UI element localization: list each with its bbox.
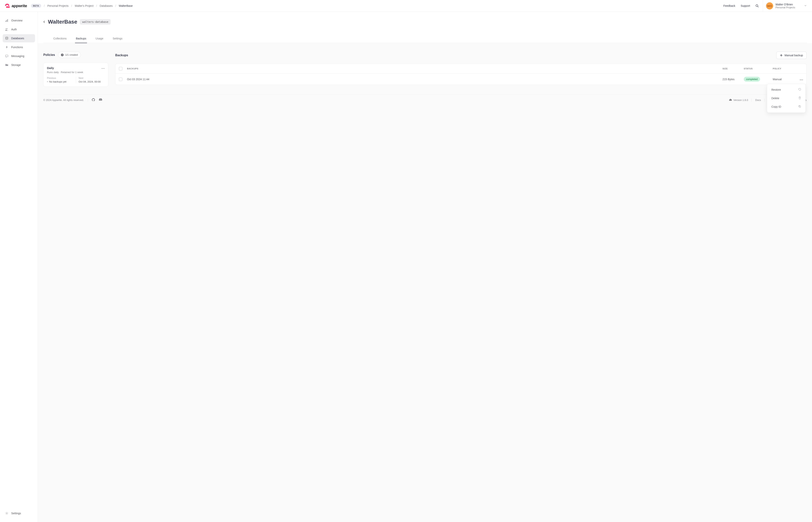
database-id-badge[interactable]: walters-database: [80, 19, 110, 24]
policies-title: Policies: [43, 53, 55, 57]
menu-item-copy-id[interactable]: Copy ID: [769, 102, 804, 111]
svg-point-12: [104, 68, 105, 69]
svg-point-10: [102, 68, 102, 69]
breadcrumb-current: WalterBase: [119, 4, 133, 7]
sidebar-item-label: Settings: [11, 512, 21, 515]
backups-title: Backups: [115, 54, 128, 57]
backup-size: 215 Bytes: [723, 78, 744, 81]
menu-delete-label: Delete: [771, 97, 779, 100]
users-icon: [5, 28, 8, 31]
svg-point-14: [801, 79, 801, 80]
policies-count-pill: i 1/1 created: [58, 52, 81, 58]
svg-point-1: [756, 4, 758, 6]
brand-name: appwrite: [12, 4, 27, 8]
policy-description: Runs daily · Retained for 1 week: [47, 71, 83, 74]
search-icon[interactable]: [755, 4, 759, 7]
copyright: © 2024 Appwrite. All rights reserved.: [43, 99, 84, 101]
policy-col-header: POLICY: [773, 67, 796, 70]
sidebar-item-settings[interactable]: Settings: [3, 509, 35, 517]
breadcrumb: / Personal Projects / Walter's Project /…: [44, 4, 723, 7]
breadcrumb-org[interactable]: Personal Projects: [47, 4, 69, 7]
svg-rect-16: [799, 106, 801, 107]
sidebar-item-messaging[interactable]: Messaging: [3, 52, 35, 60]
support-link[interactable]: Support: [740, 4, 750, 7]
discord-icon[interactable]: [99, 98, 102, 102]
policy-next-label: Next: [79, 77, 105, 79]
sidebar-item-databases[interactable]: Databases: [3, 34, 35, 42]
status-badge: completed: [744, 77, 760, 82]
info-icon: i: [61, 54, 64, 56]
svg-rect-3: [6, 20, 7, 22]
sidebar-item-label: Messaging: [11, 55, 24, 58]
policy-name: Daily: [47, 66, 83, 69]
backup-date: Oct 03 2024 11:44: [127, 78, 723, 81]
back-button[interactable]: [43, 20, 45, 23]
svg-point-9: [6, 513, 7, 514]
sidebar-item-label: Auth: [11, 28, 17, 31]
backups-table: BACKUPS SIZE STATUS POLICY Oct 03 2024 1…: [115, 64, 807, 85]
chat-icon: [5, 54, 8, 58]
policy-more-button[interactable]: [102, 66, 105, 69]
menu-copy-label: Copy ID: [771, 105, 781, 108]
backups-col-header: BACKUPS: [127, 67, 723, 70]
sidebar-item-functions[interactable]: Functions: [3, 43, 35, 51]
user-menu[interactable]: WO Walter O'Brien Personal Projects: [763, 2, 807, 9]
row-more-button[interactable]: [800, 78, 803, 81]
folder-icon: [5, 63, 8, 67]
logo[interactable]: appwrite: [5, 4, 27, 8]
version-label: Version 1.6.0: [733, 99, 748, 101]
tab-collections[interactable]: Collections: [53, 34, 67, 43]
user-org: Personal Projects: [775, 6, 795, 9]
sidebar-item-label: Overview: [11, 19, 22, 22]
sidebar-item-overview[interactable]: Overview: [3, 16, 35, 24]
trash-icon: [798, 97, 801, 100]
sidebar: Overview Auth Databases Functions Messag…: [0, 12, 38, 522]
github-icon[interactable]: [92, 98, 95, 102]
breadcrumb-separator: /: [96, 4, 97, 7]
user-name: Walter O'Brien: [775, 3, 795, 6]
policy-prev-label: Previous: [47, 77, 73, 79]
tab-usage[interactable]: Usage: [95, 34, 104, 43]
menu-item-delete[interactable]: Delete: [769, 94, 804, 102]
restore-icon: [798, 88, 801, 92]
manual-backup-label: Manual backup: [785, 54, 803, 57]
svg-rect-0: [6, 6, 10, 8]
breadcrumb-databases[interactable]: Databases: [100, 4, 113, 7]
policies-count-label: 1/1 created: [65, 53, 78, 56]
footer-docs-link[interactable]: Docs: [755, 99, 761, 101]
breadcrumb-separator: /: [115, 4, 116, 7]
manual-backup-button[interactable]: Manual backup: [776, 52, 807, 59]
tab-settings[interactable]: Settings: [112, 34, 123, 43]
breadcrumb-separator: /: [72, 4, 72, 7]
top-nav: appwrite BETA / Personal Projects / Walt…: [0, 0, 812, 12]
svg-rect-4: [7, 19, 8, 22]
sidebar-item-storage[interactable]: Storage: [3, 61, 35, 69]
svg-point-11: [103, 68, 103, 69]
backup-policy: Manual: [773, 78, 796, 81]
select-all-checkbox[interactable]: [119, 67, 122, 71]
tab-backups[interactable]: Backups: [75, 34, 87, 43]
avatar: WO: [766, 2, 773, 9]
status-dot-icon: [47, 81, 48, 82]
sidebar-item-auth[interactable]: Auth: [3, 25, 35, 34]
cloud-icon: [729, 99, 732, 101]
chart-bar-icon: [5, 19, 8, 22]
row-checkbox[interactable]: [119, 78, 122, 81]
breadcrumb-project[interactable]: Walter's Project: [75, 4, 94, 7]
database-icon: [5, 37, 8, 40]
svg-point-13: [800, 79, 800, 80]
table-row[interactable]: Oct 03 2024 11:44 215 Bytes completed Ma…: [116, 74, 806, 85]
sidebar-item-label: Functions: [11, 46, 23, 49]
bolt-icon: [5, 45, 8, 49]
menu-restore-label: Restore: [771, 88, 781, 91]
plus-icon: [780, 54, 783, 57]
copy-icon: [798, 105, 801, 108]
gear-icon: [5, 511, 8, 515]
beta-badge: BETA: [31, 4, 41, 8]
policy-next-value: Oct 04, 2024, 00:00: [79, 80, 105, 83]
svg-rect-8: [6, 55, 8, 57]
main-content: WalterBase walters-database Collections …: [38, 12, 812, 522]
menu-item-restore[interactable]: Restore: [769, 85, 804, 94]
feedback-link[interactable]: Feedback: [723, 4, 735, 7]
svg-point-15: [802, 79, 803, 80]
